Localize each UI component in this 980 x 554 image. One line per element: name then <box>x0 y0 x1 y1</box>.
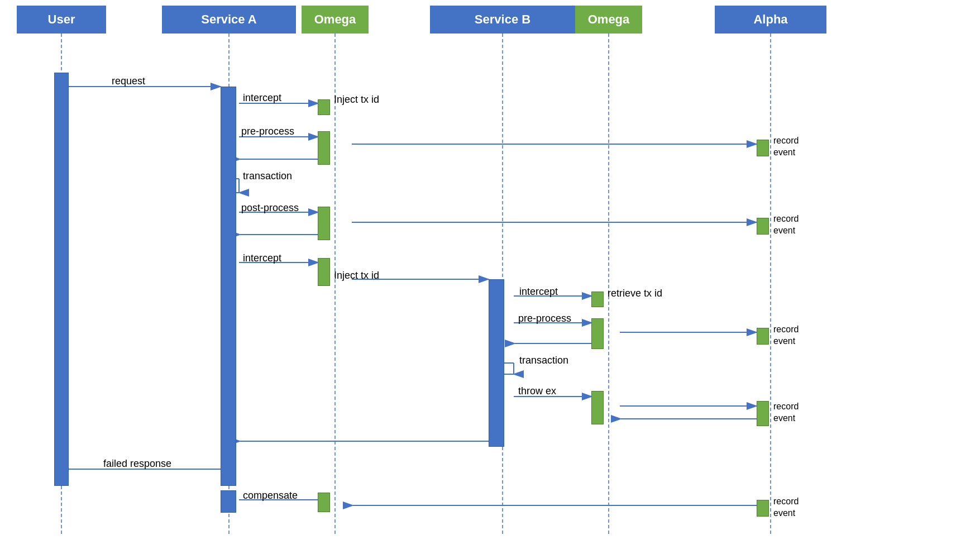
activation-omega-a-compensate <box>318 493 330 512</box>
actor-omega-a: Omega <box>302 6 369 34</box>
label-pre-process-b: pre-process <box>518 313 571 324</box>
activation-user <box>54 73 69 486</box>
label-record-event-1: recordevent <box>773 135 799 159</box>
activation-alpha-compensate <box>757 500 769 517</box>
label-compensate: compensate <box>243 490 298 502</box>
actor-service-b-label: Service B <box>475 12 530 27</box>
actor-omega-b: Omega <box>575 6 642 34</box>
label-record-event-4: recordevent <box>773 401 799 424</box>
label-throw-ex: throw ex <box>518 385 556 397</box>
sequence-diagram: User Service A Omega Service B Omega Alp… <box>0 0 980 554</box>
activation-service-a-compensate <box>221 490 236 513</box>
activation-alpha-record1 <box>757 140 769 156</box>
activation-omega-a-intercept2 <box>318 258 330 286</box>
actor-user-label: User <box>48 12 75 27</box>
label-request: request <box>112 75 145 87</box>
label-record-event-3: recordevent <box>773 324 799 347</box>
label-record-event-5: recordevent <box>773 496 799 519</box>
label-failed-response: failed response <box>103 458 171 470</box>
actor-omega-b-label: Omega <box>588 12 630 27</box>
label-inject-tx-id-2: Inject tx id <box>334 270 379 281</box>
activation-omega-a-preprocess <box>318 131 330 165</box>
activation-omega-a-postprocess <box>318 207 330 240</box>
actor-alpha: Alpha <box>715 6 826 34</box>
label-record-event-2: recordevent <box>773 213 799 237</box>
activation-omega-a-intercept1 <box>318 99 330 115</box>
label-intercept1: intercept <box>243 92 281 104</box>
actor-service-b: Service B <box>430 6 575 34</box>
activation-omega-b-throwex <box>591 391 604 424</box>
label-retrieve-tx-id: retrieve tx id <box>608 288 662 299</box>
label-intercept-b: intercept <box>519 286 558 298</box>
activation-alpha-record4 <box>757 401 769 426</box>
actor-service-a-label: Service A <box>201 12 256 27</box>
actor-alpha-label: Alpha <box>753 12 787 27</box>
actor-service-a: Service A <box>162 6 296 34</box>
label-pre-process1: pre-process <box>241 126 294 137</box>
activation-alpha-record3 <box>757 328 769 345</box>
label-inject-tx-id-1: Inject tx id <box>334 94 379 106</box>
label-intercept2: intercept <box>243 252 281 264</box>
activation-omega-b-intercept <box>591 292 604 307</box>
label-transaction-b: transaction <box>519 355 568 366</box>
activation-service-a <box>221 87 236 486</box>
label-post-process: post-process <box>241 202 299 214</box>
activation-service-b <box>489 279 504 447</box>
activation-alpha-record2 <box>757 218 769 235</box>
actor-user: User <box>17 6 106 34</box>
actor-omega-a-label: Omega <box>314 12 356 27</box>
activation-omega-b-preprocess <box>591 318 604 349</box>
label-transaction1: transaction <box>243 170 292 182</box>
